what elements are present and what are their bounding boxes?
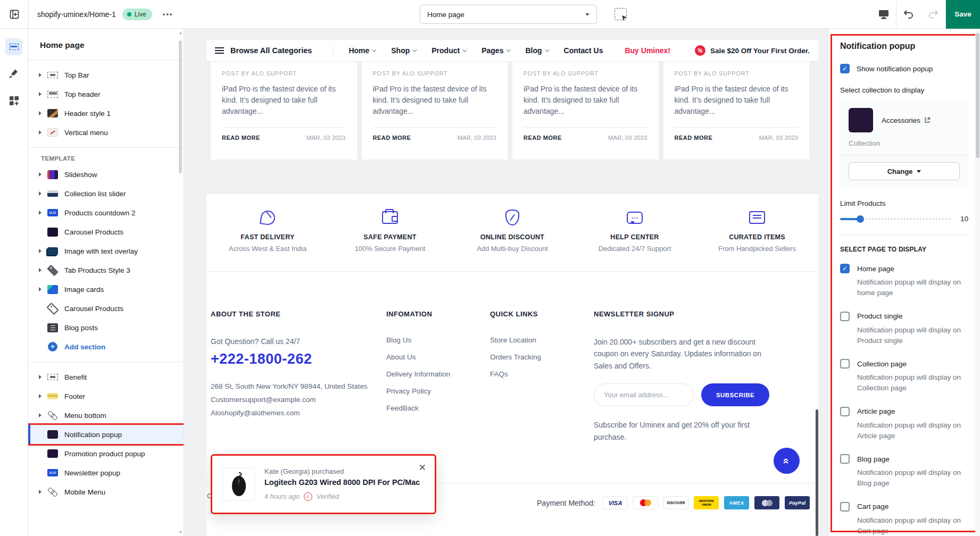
section-thumb-icon (47, 72, 58, 78)
page-option-checkbox[interactable]: ✓ (840, 264, 850, 273)
sidebar-item[interactable]: Footer (28, 387, 184, 406)
disclosure-arrow-icon[interactable] (39, 248, 47, 254)
sidebar-item[interactable]: Benefit (28, 367, 184, 387)
sidebar-item[interactable]: Top header (28, 85, 184, 104)
subscribe-button[interactable]: SUBSCRIBE (701, 383, 769, 406)
theme-settings-tab[interactable] (8, 68, 20, 82)
newsletter-email-input[interactable] (594, 383, 694, 406)
page-option-checkbox[interactable]: ✓ (840, 454, 850, 464)
footer-link[interactable]: FeedBack (386, 404, 490, 412)
limit-products-slider[interactable] (840, 215, 952, 223)
footer-link[interactable]: Store Location (490, 336, 594, 344)
purchased-product-name[interactable]: Logitech G203 Wired 8000 DPI For PC/Mac (264, 478, 420, 487)
blog-card[interactable]: POST BY ALO SUPPORT iPad Pro is the fast… (211, 62, 357, 160)
footer-link[interactable]: Blog Us (386, 336, 490, 344)
disclosure-arrow-icon[interactable] (39, 172, 47, 178)
nav-menu-item[interactable]: Shop (391, 46, 416, 55)
disclosure-arrow-icon[interactable] (39, 287, 47, 292)
sidebar-item[interactable]: Image with text overlay (28, 241, 184, 261)
disclosure-arrow-icon[interactable] (39, 130, 47, 136)
change-collection-button[interactable]: Change (849, 162, 960, 180)
disclosure-arrow-icon[interactable] (39, 111, 47, 116)
blog-card[interactable]: POST BY ALO SUPPORT iPad Pro is the fast… (512, 62, 659, 160)
disclosure-arrow-icon[interactable] (39, 393, 47, 399)
disclosure-arrow-icon[interactable] (39, 413, 47, 418)
page-option-checkbox[interactable]: ✓ (840, 407, 850, 416)
nav-menu-item[interactable]: Buy Uminex! (625, 46, 676, 55)
sidebar-item[interactable]: Top Bar (28, 65, 184, 85)
disclosure-arrow-icon[interactable] (39, 489, 47, 495)
sidebar-item[interactable]: Collection list slider (28, 184, 184, 203)
sidebar-item[interactable]: Notification popup (28, 425, 184, 444)
section-inspector-toggle[interactable] (614, 8, 627, 20)
redo-button[interactable] (921, 0, 945, 29)
nav-menu-item[interactable]: Home (348, 46, 375, 55)
device-preview-button[interactable] (871, 0, 896, 29)
undo-button[interactable] (896, 0, 921, 29)
more-options-button[interactable]: ••• (163, 10, 173, 18)
hamburger-icon[interactable] (215, 47, 224, 54)
footer-link[interactable]: Orders Tracking (490, 353, 594, 361)
sidebar-item[interactable]: Menu bottom (28, 406, 184, 425)
read-more-link[interactable]: READ MORE (373, 135, 411, 141)
disclosure-arrow-icon[interactable] (39, 91, 47, 97)
page-option-checkbox[interactable]: ✓ (840, 312, 850, 321)
app-embeds-tab[interactable] (8, 95, 20, 109)
scrollbar-thumb[interactable] (179, 40, 182, 173)
sidebar-item[interactable]: Header style 1 (28, 104, 184, 123)
sidebar-item[interactable]: Carousel Products (28, 299, 184, 318)
nav-menu-item[interactable]: Pages (481, 46, 509, 55)
slider-thumb[interactable] (857, 215, 864, 223)
store-phone-link[interactable]: +222-1800-262 (211, 351, 370, 367)
page-option-checkbox[interactable]: ✓ (840, 359, 850, 368)
sidebar-item[interactable]: Vertical menu (28, 123, 184, 142)
store-address: 268 St, South New York/NY 98944, United … (211, 380, 370, 393)
sidebar-item[interactable]: Carousel Products (28, 222, 184, 241)
disclosure-arrow-icon[interactable] (39, 72, 47, 78)
sidebar-item[interactable]: Image cards (28, 280, 184, 299)
disclosure-arrow-icon[interactable] (39, 374, 47, 380)
footer-link[interactable]: FAQs (490, 370, 594, 378)
panel-scrollbar[interactable] (975, 29, 980, 536)
add-section-button[interactable]: Add section (28, 337, 184, 356)
disclosure-arrow-icon[interactable] (39, 191, 47, 197)
preview-scrollbar-thumb[interactable] (816, 409, 818, 536)
footer-link[interactable]: Delivery Information (386, 370, 490, 378)
sidebar-item[interactable]: Promotion product popup (28, 444, 184, 463)
section-thumb-icon (47, 170, 58, 179)
save-button[interactable]: Save (946, 0, 980, 29)
scroll-down-icon[interactable]: ▼ (179, 530, 182, 534)
sidebar-item[interactable]: Tab Products Style 3 (28, 261, 184, 280)
blog-card[interactable]: POST BY ALO SUPPORT iPad Pro is the fast… (362, 62, 508, 160)
read-more-link[interactable]: READ MORE (675, 135, 713, 141)
close-icon[interactable]: ✕ (419, 462, 426, 473)
disclosure-arrow-icon[interactable] (39, 210, 47, 216)
scroll-to-top-button[interactable]: « (774, 448, 800, 474)
sidebar-item[interactable]: Slideshow (28, 165, 184, 184)
sidebar-scrollbar[interactable]: ▲ ▼ (178, 29, 184, 536)
scrollbar-thumb[interactable] (976, 33, 979, 158)
sections-tab[interactable] (5, 38, 22, 55)
sidebar-item[interactable]: Newsletter popup (28, 463, 184, 482)
sidebar-item[interactable]: Blog posts (28, 318, 184, 337)
collection-name-link[interactable]: Accessories (882, 116, 931, 124)
exit-editor-button[interactable] (0, 0, 29, 29)
sidebar-item[interactable]: Mobile Menu (28, 482, 184, 501)
nav-menu-item[interactable]: Blog (525, 46, 547, 55)
read-more-link[interactable]: READ MORE (222, 135, 260, 141)
sidebar-item[interactable]: Products countdown 2 (28, 203, 184, 222)
page-option-description: Notification popup will display on Cart … (857, 515, 976, 536)
blog-card[interactable]: POST BY ALO SUPPORT iPad Pro is the fast… (663, 62, 810, 160)
scroll-up-icon[interactable]: ▲ (179, 31, 182, 35)
disclosure-arrow-icon[interactable] (39, 267, 47, 273)
nav-menu-item[interactable]: Contact Us (564, 46, 609, 55)
show-popup-setting: ✓ Show notification popup (840, 64, 968, 73)
nav-menu-item[interactable]: Product (431, 46, 466, 55)
footer-link[interactable]: About Us (386, 353, 490, 361)
show-popup-checkbox[interactable]: ✓ (840, 64, 850, 73)
browse-categories-button[interactable]: Browse All Categories (230, 46, 312, 55)
footer-link[interactable]: Privacy Policy (386, 387, 490, 395)
page-selector-dropdown[interactable]: Home page (420, 5, 597, 24)
read-more-link[interactable]: READ MORE (524, 135, 562, 141)
page-option-checkbox[interactable]: ✓ (840, 502, 850, 512)
